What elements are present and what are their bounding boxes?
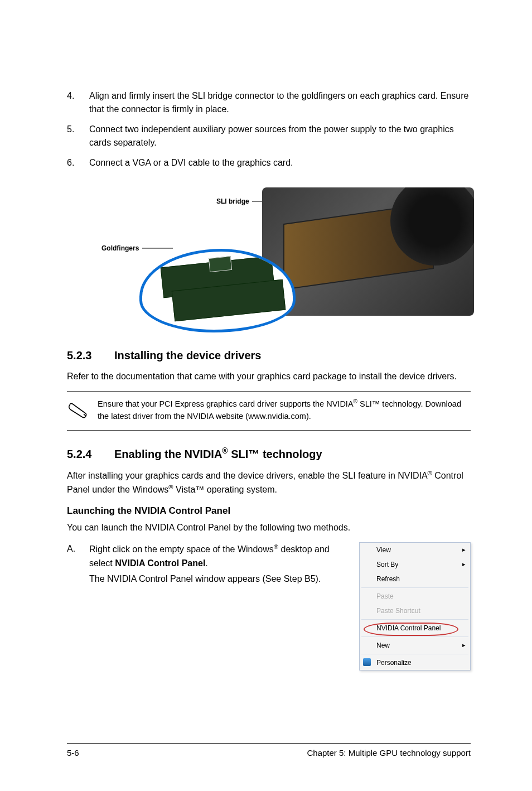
section-body-524: After installing your graphics cards and…	[67, 469, 471, 497]
figure-magnified-view	[139, 249, 296, 332]
ctx-menu-separator	[361, 654, 468, 654]
personalize-icon	[363, 658, 371, 666]
section-heading-524: 5.2.4Enabling the NVIDIA® SLI™ technolog…	[67, 446, 471, 461]
ctx-menu-separator	[361, 587, 468, 588]
step-text-5: Connect two independent auxiliary power …	[89, 123, 471, 149]
ctx-menu-view[interactable]: View	[360, 543, 470, 557]
step-text-6: Connect a VGA or a DVI cable to the grap…	[89, 156, 471, 170]
subheading-launch: Launching the NVIDIA Control Panel	[67, 505, 471, 517]
step-number-6: 6.	[67, 156, 89, 170]
section-heading-523: 5.2.3Installing the device drivers	[67, 349, 471, 362]
ctx-menu-nvidia-control-panel[interactable]: NVIDIA Control Panel	[360, 621, 470, 635]
note-box-523: Ensure that your PCI Express graphics ca…	[67, 391, 471, 431]
section-title-523: Installing the device drivers	[114, 349, 261, 361]
footer-chapter-title: Chapter 5: Multiple GPU technology suppo…	[307, 748, 471, 758]
launch-intro: You can launch the NVIDIA Control Panel …	[67, 521, 471, 534]
method-a-body: Right click on the empty space of the Wi…	[89, 542, 348, 585]
section-body-523: Refer to the documentation that came wit…	[67, 370, 471, 383]
ctx-menu-refresh[interactable]: Refresh	[360, 572, 470, 586]
footer-page-number: 5-6	[67, 748, 79, 758]
figure-sli-bridge: SLI bridge Goldfingers	[67, 176, 471, 332]
step-text-4: Align and firmly insert the SLI bridge c…	[89, 89, 471, 116]
ctx-menu-separator	[361, 619, 468, 620]
note-text-523: Ensure that your PCI Express graphics ca…	[98, 397, 471, 425]
ctx-menu-paste-shortcut: Paste Shortcut	[360, 604, 470, 618]
method-letter-a: A.	[67, 542, 89, 585]
section-title-524-a: Enabling the NVIDIA	[114, 448, 222, 460]
context-menu-screenshot: View Sort By Refresh Paste Paste Shortcu…	[359, 542, 471, 671]
ctx-menu-separator	[361, 636, 468, 637]
note-icon	[67, 397, 98, 425]
ctx-menu-personalize[interactable]: Personalize	[360, 655, 470, 670]
ctx-menu-sort-by[interactable]: Sort By	[360, 557, 470, 572]
section-number-524: 5.2.4	[67, 448, 114, 461]
page-footer: 5-6 Chapter 5: Multiple GPU technology s…	[67, 743, 471, 758]
step-number-5: 5.	[67, 123, 89, 149]
section-number-523: 5.2.3	[67, 349, 114, 362]
step-number-4: 4.	[67, 89, 89, 116]
ctx-menu-paste: Paste	[360, 589, 470, 604]
ctx-menu-new[interactable]: New	[360, 638, 470, 653]
section-title-524-b: SLI™ technology	[228, 448, 322, 460]
